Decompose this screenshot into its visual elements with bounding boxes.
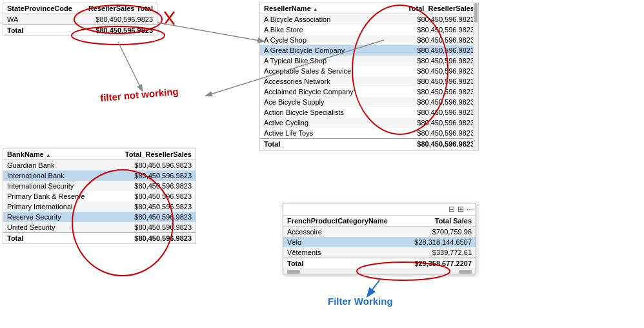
reseller-scrollbar[interactable] [473,3,478,150]
french-sales-2: $28,318,144.6507 [403,237,476,247]
state-row-wa: WA $80,450,596.9823 [3,14,157,25]
reseller-sales-col-header: ResellerSales Total [80,3,157,14]
reseller-name-header: ResellerName ▲ [260,3,384,14]
reseller-name-2: A Bike Store [260,25,384,35]
bank-total-value: $80,450,596.9823 [106,233,196,244]
reseller-sales-6: $80,450,596.9823 [384,66,478,76]
reseller-name-12: Active Life Toys [260,128,384,139]
reseller-name-1: A Bicycle Association [260,14,384,25]
french-panel-toolbar: ⊟ ⊞ ··· [283,203,476,216]
svg-line-5 [118,42,142,90]
reseller-total-row: Total $80,450,596.9823 [260,139,478,150]
bank-sort-arrow: ▲ [46,152,51,158]
reseller-sales-9: $80,450,596.9823 [384,97,478,107]
state-col-header: StateProvinceCode [3,3,80,14]
bank-sales-4: $80,450,596.9823 [106,191,196,201]
reseller-row-3: A Cycle Shop $80,450,596.9823 [260,35,478,45]
bank-name-7: United Security [3,222,106,233]
state-sales-wa: $80,450,596.9823 [80,14,157,25]
reseller-sales-4: $80,450,596.9823 [384,45,478,56]
bank-total-row: Total $80,450,596.9823 [3,233,196,244]
reseller-row-5: A Typical Bike Shop $80,450,596.9823 [260,56,478,66]
state-total-value: $80,450,596.9823 [80,25,157,36]
french-total-row: Total $29,358,677.2207 [283,258,476,269]
bank-row-5: Primary International $80,450,596.9823 [3,201,196,212]
bank-table: BankName ▲ Total_ResellerSales Guardian … [3,149,196,243]
filter-not-working-annotation: filter not working [99,86,179,104]
reseller-sales-12: $80,450,596.9823 [384,128,478,139]
bank-sales-5: $80,450,596.9823 [106,201,196,212]
french-row-2: Vélo $28,318,144.6507 [283,237,476,247]
reseller-row-2: A Bike Store $80,450,596.9823 [260,25,478,35]
bank-sales-header: Total_ResellerSales [106,149,196,160]
reseller-row-12: Active Life Toys $80,450,596.9823 [260,128,478,139]
bank-table-panel: BankName ▲ Total_ResellerSales Guardian … [3,149,196,244]
reseller-row-9: Ace Bicycle Supply $80,450,596.9823 [260,97,478,107]
reseller-sales-8: $80,450,596.9823 [384,87,478,97]
bank-name-1: Guardian Bank [3,160,106,171]
bank-sales-1: $80,450,596.9823 [106,160,196,171]
table-icon[interactable]: ⊞ [458,205,464,214]
french-cat-3: Vêtements [283,247,403,258]
reseller-total-label: Total [260,139,384,150]
french-total-value: $29,358,677.2207 [403,258,476,269]
reseller-sales-1: $80,450,596.9823 [384,14,478,25]
reseller-sales-11: $80,450,596.9823 [384,118,478,128]
total-reseller-sales-header: Total_ResellerSales [384,3,478,14]
reseller-name-10: Action Bicycle Specialists [260,107,384,118]
reseller-name-8: Acclaimed Bicycle Company [260,87,384,97]
bank-name-3: International Security [3,181,106,191]
french-hscrollbar[interactable] [283,269,476,274]
state-table-panel: StateProvinceCode ResellerSales Total WA… [3,3,157,36]
reseller-name-7: Accessories Network [260,76,384,87]
french-table-panel: ⊟ ⊞ ··· FrenchProductCategoryName Total … [283,203,476,274]
state-total-label: Total [3,25,80,36]
svg-line-10 [368,280,379,296]
bank-sales-2: $80,450,596.9823 [106,170,196,181]
french-hscroll-right[interactable] [459,270,472,274]
french-cat-1: Accessoire [283,227,403,238]
bank-name-6: Reserve Security [3,212,106,222]
filter-icon[interactable]: ⊟ [448,205,455,214]
svg-line-3 [165,12,174,25]
french-sales-header: Total Sales [403,216,476,227]
reseller-name-3: A Cycle Shop [260,35,384,45]
reseller-name-11: Active Cycling [260,118,384,128]
french-sales-3: $339,772.61 [403,247,476,258]
reseller-sales-3: $80,450,596.9823 [384,35,478,45]
sort-arrow-up: ▲ [313,6,318,12]
bank-name-4: Primary Bank & Reserve [3,191,106,201]
reseller-sales-5: $80,450,596.9823 [384,56,478,66]
reseller-row-10: Action Bicycle Specialists $80,450,596.9… [260,107,478,118]
more-options-icon[interactable]: ··· [467,205,473,214]
french-table: FrenchProductCategoryName Total Sales Ac… [283,216,476,269]
french-total-label: Total [283,258,403,269]
bank-sales-7: $80,450,596.9823 [106,222,196,233]
state-table: StateProvinceCode ResellerSales Total WA… [3,3,157,36]
bank-row-3: International Security $80,450,596.9823 [3,181,196,191]
reseller-row-1: A Bicycle Association $80,450,596.9823 [260,14,478,25]
reseller-name-4: A Great Bicycle Company [260,45,384,56]
reseller-row-4: A Great Bicycle Company $80,450,596.9823 [260,45,478,56]
state-total-row: Total $80,450,596.9823 [3,25,157,36]
state-cell-wa: WA [3,14,80,25]
bank-row-1: Guardian Bank $80,450,596.9823 [3,160,196,171]
french-hscroll-thumb[interactable] [287,270,300,274]
reseller-table-panel: ResellerName ▲ Total_ResellerSales A Bic… [259,3,479,151]
bank-row-7: United Security $80,450,596.9823 [3,222,196,233]
bank-sales-6: $80,450,596.9823 [106,212,196,222]
reseller-name-5: A Typical Bike Shop [260,56,384,66]
french-category-header: FrenchProductCategoryName [283,216,403,227]
bank-row-6: Reserve Security $80,450,596.9823 [3,212,196,222]
bank-sales-3: $80,450,596.9823 [106,181,196,191]
svg-line-7 [157,23,263,41]
reseller-scroll-thumb[interactable] [474,3,478,23]
french-sales-1: $700,759.96 [403,227,476,238]
bank-name-2: International Bank [3,170,106,181]
reseller-sales-10: $80,450,596.9823 [384,107,478,118]
reseller-sales-7: $80,450,596.9823 [384,76,478,87]
reseller-row-6: Acceptable Sales & Service $80,450,596.9… [260,66,478,76]
reseller-sales-2: $80,450,596.9823 [384,25,478,35]
svg-line-2 [165,12,174,25]
french-row-3: Vêtements $339,772.61 [283,247,476,258]
